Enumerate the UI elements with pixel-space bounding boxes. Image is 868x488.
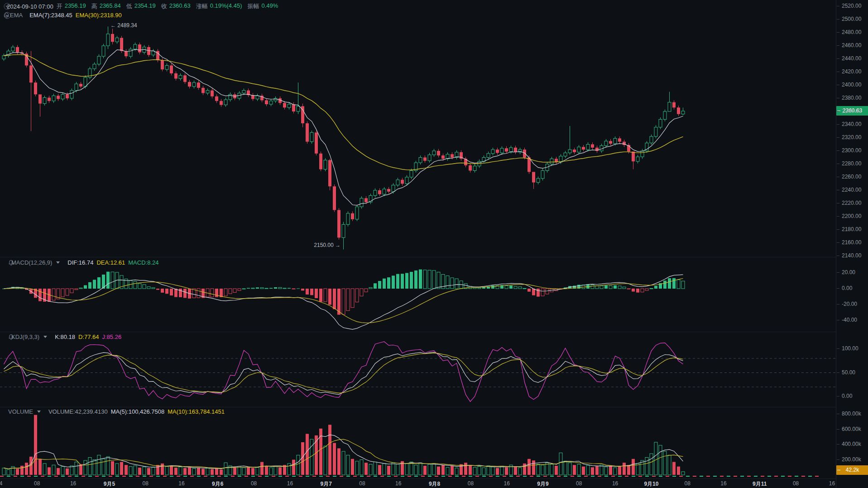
time-axis-label: 9月6 [212, 480, 223, 488]
axis-tick-label: 2280.00 [842, 160, 861, 167]
axis-tick-label: 2300.00 [842, 147, 861, 154]
j-value: J:85.26 [102, 333, 122, 340]
time-axis-label: 08 [576, 480, 582, 487]
axis-tick-label: 0.00 [842, 285, 852, 291]
divider-volume [0, 407, 836, 407]
ohlc-field: 涨幅0.19%(4.45) [196, 2, 242, 10]
macd-indicator-row[interactable]: MACD(12,26,9) DIF:16.74 DEA:12.61 MACD:8… [8, 259, 158, 266]
axis-tick-label: 20.00 [842, 269, 855, 275]
time-axis-label: 16 [504, 480, 510, 487]
axis-tick-label: 50.00 [842, 369, 855, 376]
kdj-indicator-row[interactable]: KDJ(9,3,3) K:80.18 D:77.64 J:85.26 [8, 333, 121, 340]
axis-tick-label: 2380.00 [842, 95, 861, 101]
time-axis-label: 9月9 [537, 480, 548, 488]
time-axis-label: 16 [720, 480, 726, 487]
ema-indicator-row[interactable]: EMA EMA(7):2348.45 EMA(30):2318.90 [4, 12, 122, 19]
time-axis-label: 08 [251, 480, 257, 487]
axis-tick-label: 2320.00 [842, 134, 861, 140]
time-axis-label: 08 [793, 480, 799, 487]
axis-tick-label: 2340.00 [842, 121, 861, 127]
time-axis-label: 9月5 [104, 480, 115, 488]
volume-ma5-value: MA(5):100,426.7508 [111, 408, 165, 415]
ema7-value: EMA(7):2348.45 [29, 12, 72, 19]
macd-name: MACD(12,26,9) [11, 259, 52, 266]
axis-tick-label: -20.00 [842, 301, 857, 307]
high-price-annotation: ← 2489.34 [110, 22, 137, 29]
time-axis-label: 16 [395, 480, 401, 487]
macd-value: MACD:8.24 [128, 259, 158, 266]
time-axis-label: 16 [70, 480, 76, 487]
axis-tick-label: 2440.00 [842, 55, 861, 62]
volume-name: VOLUME [8, 408, 33, 415]
main-price-chart[interactable] [0, 0, 836, 257]
candle-datetime: 2024-09-10 07:00 [7, 3, 53, 10]
axis-tick-label: 2400.00 [842, 82, 861, 88]
axis-tick-label: 2160.00 [842, 239, 861, 246]
divider-kdj [0, 332, 836, 332]
time-axis-label: 9月7 [321, 480, 332, 488]
macd-pane[interactable] [0, 257, 836, 332]
axis-tick-label: 600.00k [842, 426, 861, 432]
time-axis-label: 9月11 [753, 480, 767, 488]
ohlc-field: 收2360.63 [161, 2, 191, 10]
time-axis-label: 9月10 [644, 480, 658, 488]
ohlc-header-row: 2024-09-10 07:00 开2356.19高2365.84低2354.1… [4, 2, 278, 10]
ohlc-field: 高2365.84 [91, 2, 121, 10]
divider-macd [0, 257, 836, 257]
axis-tick-label: 0.00 [842, 393, 852, 399]
axis-tick-label: 100.00 [842, 345, 858, 352]
ohlc-values: 开2356.19高2365.84低2354.19收2360.63涨幅0.19%(… [57, 2, 278, 10]
axis-tick-label: 2420.00 [842, 68, 861, 75]
axis-tick-label: 400.00k [842, 441, 861, 447]
dif-value: DIF:16.74 [67, 259, 93, 266]
time-axis-label: 08 [359, 480, 365, 487]
time-axis-label: 16 [829, 480, 835, 487]
axis-tick-label: 2520.00 [842, 3, 861, 9]
ohlc-field: 低2354.19 [126, 2, 156, 10]
axis-tick-label: 200.00k [842, 456, 861, 463]
time-axis-label: 08 [143, 480, 149, 487]
chevron-down-icon[interactable] [56, 261, 60, 264]
ohlc-field: 开2356.19 [57, 2, 86, 10]
kdj-pane[interactable] [0, 332, 836, 407]
axis-tick-label: 2200.00 [842, 213, 861, 219]
ema30-value: EMA(30):2318.90 [76, 12, 122, 19]
time-axis-label: 16 [178, 480, 184, 487]
d-value: D:77.64 [78, 333, 99, 340]
axis-tick-label: 2220.00 [842, 200, 861, 206]
time-axis-label: 08 [685, 480, 691, 487]
dea-value: DEA:12.61 [96, 259, 125, 266]
axis-tick-label: 2460.00 [842, 42, 861, 48]
time-axis-label: 08 [468, 480, 474, 487]
axis-tick-label: -40.00 [842, 317, 857, 323]
price-axis[interactable]: 2360.63 42.2k 2520.002500.002480.002460.… [836, 0, 868, 488]
axis-tick-label: 800.00k [842, 411, 861, 417]
axis-tick-label: 2260.00 [842, 174, 861, 180]
volume-value: VOLUME:42,239.4130 [48, 408, 108, 415]
time-axis-label: 16 [612, 480, 618, 487]
axis-tick-label: 2180.00 [842, 226, 861, 232]
volume-indicator-row[interactable]: VOLUME VOLUME:42,239.4130 MA(5):100,426.… [8, 408, 225, 415]
chevron-down-icon[interactable] [37, 411, 41, 413]
ema-label: EMA [10, 12, 23, 19]
time-axis[interactable]: 408169月508169月608169月708169月808169月90816… [0, 478, 836, 488]
axis-tick-label: 2360.00 [842, 108, 861, 114]
time-axis-label: 9月8 [429, 480, 440, 488]
axis-tick-label: 2500.00 [842, 16, 861, 22]
low-price-annotation: 2150.00 → [273, 242, 340, 248]
ohlc-field: 振幅0.49% [247, 2, 278, 10]
time-axis-label: 08 [34, 480, 40, 487]
time-axis-label: 4 [0, 480, 2, 487]
trading-chart-app: 2024-09-10 07:00 开2356.19高2365.84低2354.1… [0, 0, 868, 488]
last-volume-badge: 42.2k [836, 465, 868, 475]
volume-ma10-value: MA(10):163,784.1451 [168, 408, 225, 415]
axis-tick-label: 2480.00 [842, 29, 861, 35]
axis-tick-label: 2240.00 [842, 187, 861, 193]
time-axis-label: 16 [287, 480, 293, 487]
axis-tick-label: 2140.00 [842, 252, 861, 259]
chevron-down-icon[interactable] [43, 336, 47, 338]
volume-pane[interactable] [0, 407, 836, 478]
k-value: K:80.18 [55, 333, 75, 340]
kdj-name: KDJ(9,3,3) [11, 333, 39, 340]
